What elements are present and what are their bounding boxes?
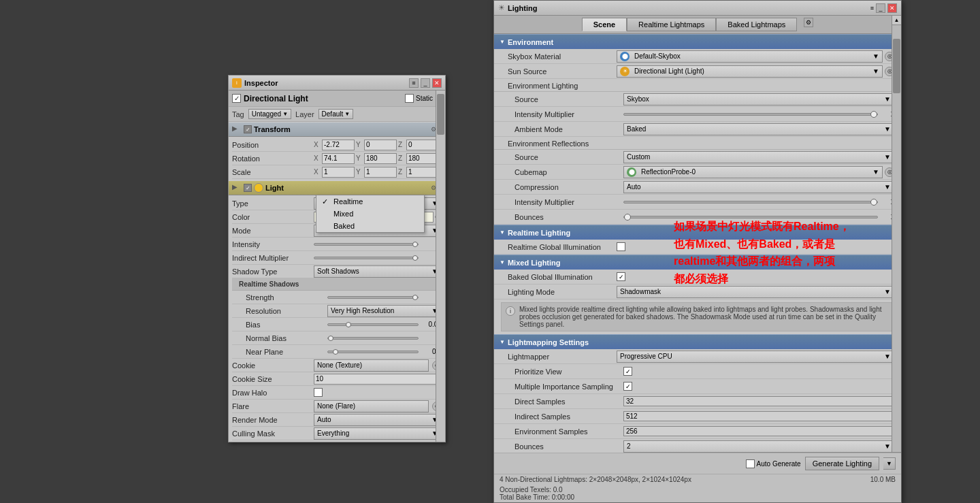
env-reflections-label: Environment Reflections — [508, 140, 589, 148]
lightmapper-row: Lightmapper Progressive CPU ▼ — [494, 349, 901, 364]
lightmapper-select[interactable]: Progressive CPU ▼ — [617, 351, 894, 363]
transform-fold-icon[interactable]: ▶ — [232, 125, 242, 134]
rot-z-input[interactable] — [406, 153, 439, 164]
rot-y-input[interactable] — [364, 153, 397, 164]
refl-source-select[interactable]: Custom ▼ — [623, 151, 894, 163]
cookie-value: None (Texture) — [317, 361, 362, 369]
bounces-env-slider[interactable] — [623, 216, 878, 218]
render-mode-select[interactable]: Auto ▼ — [314, 414, 442, 426]
bounces-env-row: Bounces 1 — [494, 210, 901, 225]
multiple-importance-checkbox[interactable]: ✓ — [623, 382, 632, 391]
lighting-scrollbar[interactable]: ▲ ▼ — [892, 16, 901, 461]
env-intensity-thumb[interactable] — [870, 111, 877, 118]
realtime-fold-icon[interactable]: ▼ — [500, 229, 505, 236]
direct-samples-input[interactable] — [623, 396, 894, 406]
baked-gi-checkbox[interactable]: ✓ — [617, 272, 625, 281]
normal-bias-slider[interactable] — [327, 337, 419, 340]
lighting-minimize-btn[interactable]: _ — [876, 3, 885, 13]
intensity-thumb[interactable] — [412, 242, 418, 247]
generate-lighting-arrow-btn[interactable]: ▼ — [883, 457, 896, 470]
lighting-close-btn[interactable]: ✕ — [887, 3, 897, 13]
skybox-material-select[interactable]: ⬤ Default-Skybox ▼ — [617, 50, 883, 63]
shadow-type-select[interactable]: Soft Shadows ▼ — [314, 265, 442, 278]
light-enabled[interactable]: ✓ — [244, 184, 252, 192]
tab-realtime-lightmaps[interactable]: Realtime Lightmaps — [627, 18, 716, 31]
lighting-settings-btn[interactable]: ⚙ — [804, 18, 813, 27]
near-plane-thumb[interactable] — [333, 349, 338, 355]
mode-option-baked[interactable]: Baked — [316, 220, 424, 232]
inspector-scrollbar[interactable] — [436, 91, 445, 442]
prioritize-view-row: Prioritize View ✓ — [494, 364, 901, 379]
env-fold-icon[interactable]: ▼ — [500, 39, 505, 45]
lighting-scroll-up[interactable]: ▲ — [892, 16, 901, 25]
prioritize-view-checkbox[interactable]: ✓ — [623, 367, 632, 376]
inspector-close-btn[interactable]: ✕ — [432, 78, 442, 88]
strength-thumb[interactable] — [412, 295, 418, 300]
bias-slider[interactable] — [327, 323, 419, 326]
layer-dropdown[interactable]: Default ▼ — [318, 109, 354, 119]
indirect-samples-input[interactable] — [623, 411, 894, 421]
env-intensity-label: Intensity Multiplier — [514, 110, 623, 118]
realtime-shadows-header: Realtime Shadows — [232, 278, 442, 291]
lighting-mode-arrow: ▼ — [884, 288, 891, 295]
source-select[interactable]: Skybox ▼ — [623, 93, 894, 106]
pos-z-input[interactable] — [406, 140, 439, 150]
pos-x-input[interactable] — [322, 140, 355, 150]
normal-bias-thumb[interactable] — [328, 336, 333, 341]
mixed-fold-icon[interactable]: ▼ — [500, 259, 505, 265]
pos-y-input[interactable] — [364, 140, 397, 150]
cubemap-select[interactable]: ⬤ ReflectionProbe-0 ▼ — [623, 166, 883, 178]
resolution-select[interactable]: Very High Resolution ▼ — [327, 305, 442, 317]
scale-y-input[interactable] — [364, 167, 397, 178]
tab-baked-lightmaps[interactable]: Baked Lightmaps — [716, 18, 797, 31]
indirect-mult-thumb[interactable] — [412, 255, 418, 261]
tab-scene[interactable]: Scene — [582, 18, 627, 31]
sun-source-arrow: ▼ — [872, 67, 879, 75]
lightmapping-fold-icon[interactable]: ▼ — [500, 339, 505, 345]
strength-slider[interactable] — [327, 296, 419, 299]
active-checkbox[interactable]: ✓ — [232, 94, 241, 103]
cookie-select[interactable]: None (Texture) — [314, 359, 429, 372]
strength-row: Strength 1 — [232, 291, 442, 304]
lighting-scrollbar-thumb[interactable] — [893, 39, 900, 93]
transform-enabled[interactable]: ✓ — [244, 125, 252, 133]
env-intensity-slider[interactable] — [623, 113, 878, 116]
pos-x-label: X — [314, 141, 321, 148]
lighting-menu-btn[interactable]: ≡ — [870, 5, 874, 12]
inspector-scrollbar-thumb[interactable] — [437, 94, 444, 135]
flare-select[interactable]: None (Flare) — [314, 400, 429, 412]
bounces-lm-select[interactable]: 2 ▼ — [623, 440, 894, 453]
static-label: Static — [416, 95, 433, 102]
sun-source-select[interactable]: ☀ Directional Light (Light) ▼ — [617, 65, 883, 78]
lighting-mode-select[interactable]: Shadowmask ▼ — [617, 286, 894, 298]
near-plane-slider[interactable] — [327, 351, 419, 353]
inspector-menu-btn[interactable]: ≡ — [409, 78, 419, 88]
bias-thumb[interactable] — [346, 322, 351, 327]
intensity-slider[interactable] — [314, 243, 419, 246]
scale-z-input[interactable] — [406, 167, 439, 178]
compression-select[interactable]: Auto ▼ — [623, 181, 894, 193]
culling-mask-select[interactable]: Everything ▼ — [314, 427, 442, 440]
generate-lighting-btn[interactable]: Generate Lighting — [805, 457, 879, 470]
mode-option-mixed[interactable]: Mixed — [316, 208, 424, 220]
tag-arrow: ▼ — [282, 111, 288, 117]
cookie-size-input[interactable] — [314, 374, 442, 385]
refl-intensity-thumb[interactable] — [870, 199, 877, 206]
cookie-size-row: Cookie Size — [232, 372, 442, 386]
auto-generate-checkbox[interactable] — [746, 459, 755, 468]
tag-dropdown[interactable]: Untagged ▼ — [248, 109, 291, 119]
rot-x-input[interactable] — [322, 153, 355, 164]
ambient-mode-select[interactable]: Baked ▼ — [623, 123, 894, 135]
draw-halo-checkbox[interactable] — [314, 388, 323, 397]
scale-x-input[interactable] — [322, 167, 355, 178]
mode-option-realtime[interactable]: Realtime — [316, 195, 424, 208]
env-samples-input[interactable] — [623, 426, 894, 436]
bounces-env-thumb[interactable] — [624, 214, 631, 221]
light-fold-icon[interactable]: ▶ — [232, 183, 242, 193]
inspector-titlebar: i Inspector ≡ _ ✕ — [229, 76, 445, 91]
static-checkbox[interactable] — [405, 94, 414, 103]
indirect-mult-slider[interactable] — [314, 257, 419, 259]
refl-intensity-slider[interactable] — [623, 201, 878, 204]
inspector-minimize-btn[interactable]: _ — [421, 78, 430, 88]
realtime-gi-checkbox[interactable] — [617, 242, 625, 251]
